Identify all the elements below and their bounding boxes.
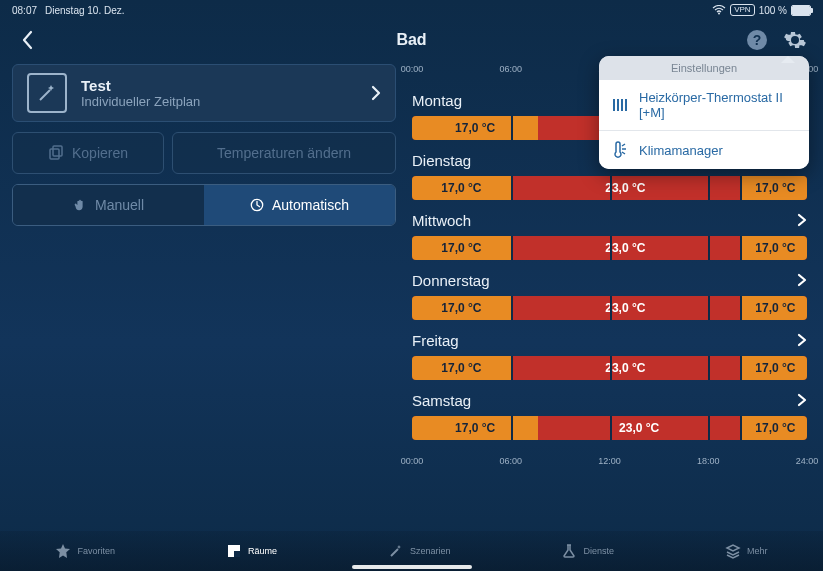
plan-card[interactable]: Test Individueller Zeitplan: [12, 64, 396, 122]
temp-segment[interactable]: 17,0 °C: [740, 236, 807, 260]
bar-tick: [708, 356, 710, 380]
time-axis-bottom: 00:0006:0012:0018:0024:00: [412, 456, 807, 472]
svg-text:?: ?: [753, 32, 762, 48]
temp-segment[interactable]: 17,0 °C: [412, 356, 511, 380]
temp-segment[interactable]: 23,0 °C: [511, 356, 740, 380]
day-name: Donnerstag: [412, 272, 490, 289]
temp-segment[interactable]: 17,0 °C: [740, 176, 807, 200]
battery-pct: 100 %: [759, 5, 787, 16]
temp-segment[interactable]: 17,0 °C: [412, 416, 538, 440]
plan-subtitle: Individueller Zeitplan: [81, 94, 357, 109]
bar-tick: [511, 296, 513, 320]
home-indicator: [352, 565, 472, 569]
wifi-icon: [712, 5, 726, 15]
tab-rooms[interactable]: Räume: [226, 543, 277, 559]
bar-tick: [511, 176, 513, 200]
temp-segment[interactable]: 23,0 °C: [511, 296, 740, 320]
bar-tick: [610, 416, 612, 440]
popover-item2-label: Klimamanager: [639, 143, 723, 158]
day-bar[interactable]: 17,0 °C23,0 °C17,0 °C: [412, 296, 807, 320]
temp-segment[interactable]: 17,0 °C: [412, 296, 511, 320]
popover-item-klimamanager[interactable]: Klimamanager: [599, 130, 809, 169]
temp-segment[interactable]: 17,0 °C: [412, 116, 538, 140]
axis-tick: 00:00: [401, 64, 424, 74]
popover-title: Einstellungen: [599, 56, 809, 80]
mode-auto[interactable]: Automatisch: [204, 185, 395, 225]
day-row: Freitag17,0 °C23,0 °C17,0 °C: [412, 328, 807, 380]
axis-tick: 18:00: [697, 456, 720, 466]
rooms-icon: [226, 543, 242, 559]
temp-segment[interactable]: 23,0 °C: [511, 176, 740, 200]
mode-segment: Manuell Automatisch: [12, 184, 396, 226]
tab-serv-label: Dienste: [583, 546, 614, 556]
thermostat-icon: [611, 96, 629, 114]
bar-tick: [708, 416, 710, 440]
axis-tick: 24:00: [796, 456, 819, 466]
tab-favorites[interactable]: Favoriten: [55, 543, 115, 559]
tab-rooms-label: Räume: [248, 546, 277, 556]
hand-icon: [73, 198, 87, 212]
day-header[interactable]: Donnerstag: [412, 268, 807, 292]
copy-button[interactable]: Kopieren: [12, 132, 164, 174]
svg-rect-7: [234, 551, 240, 557]
temp-segment[interactable]: 17,0 °C: [412, 176, 511, 200]
chevron-right-icon: [797, 273, 807, 287]
mode-manual[interactable]: Manuell: [13, 185, 204, 225]
settings-button[interactable]: [783, 28, 807, 52]
help-button[interactable]: ?: [745, 28, 769, 52]
flask-icon: [561, 543, 577, 559]
wand-icon: [388, 543, 404, 559]
temp-segment[interactable]: 17,0 °C: [740, 296, 807, 320]
copy-icon: [48, 145, 64, 161]
chevron-right-icon: [371, 85, 381, 101]
svg-rect-4: [53, 146, 62, 156]
day-name: Dienstag: [412, 152, 471, 169]
copy-label: Kopieren: [72, 145, 128, 161]
header: Bad ?: [0, 20, 823, 60]
popover-item-thermostat[interactable]: Heizkörper-Thermostat II [+M]: [599, 80, 809, 130]
bar-tick: [708, 296, 710, 320]
bar-tick: [610, 176, 612, 200]
popover-item1-label: Heizkörper-Thermostat II [+M]: [639, 90, 797, 120]
tab-scen-label: Szenarien: [410, 546, 451, 556]
bar-tick: [708, 236, 710, 260]
page-title: Bad: [0, 31, 823, 49]
mode-manual-label: Manuell: [95, 197, 144, 213]
temp-segment[interactable]: 23,0 °C: [511, 236, 740, 260]
plan-name: Test: [81, 77, 357, 94]
day-header[interactable]: Freitag: [412, 328, 807, 352]
chevron-right-icon: [797, 213, 807, 227]
day-row: Mittwoch17,0 °C23,0 °C17,0 °C: [412, 208, 807, 260]
day-bar[interactable]: 17,0 °C23,0 °C17,0 °C: [412, 416, 807, 440]
day-bar[interactable]: 17,0 °C23,0 °C17,0 °C: [412, 236, 807, 260]
day-name: Montag: [412, 92, 462, 109]
temp-segment[interactable]: 17,0 °C: [740, 356, 807, 380]
tab-scenarios[interactable]: Szenarien: [388, 543, 451, 559]
stack-icon: [725, 543, 741, 559]
status-time: 08:07: [12, 5, 37, 16]
axis-tick: 06:00: [499, 456, 522, 466]
day-name: Mittwoch: [412, 212, 471, 229]
tab-more[interactable]: Mehr: [725, 543, 768, 559]
tab-services[interactable]: Dienste: [561, 543, 614, 559]
axis-tick: 00:00: [401, 456, 424, 466]
day-header[interactable]: Mittwoch: [412, 208, 807, 232]
temp-segment[interactable]: 17,0 °C: [412, 236, 511, 260]
axis-tick: 12:00: [598, 456, 621, 466]
tab-more-label: Mehr: [747, 546, 768, 556]
mode-auto-label: Automatisch: [272, 197, 349, 213]
day-name: Samstag: [412, 392, 471, 409]
svg-point-0: [718, 13, 720, 15]
bar-tick: [511, 236, 513, 260]
day-header[interactable]: Samstag: [412, 388, 807, 412]
vpn-badge: VPN: [730, 4, 754, 16]
day-name: Freitag: [412, 332, 459, 349]
change-temps-button[interactable]: Temperaturen ändern: [172, 132, 396, 174]
bar-tick: [610, 296, 612, 320]
temp-segment[interactable]: 17,0 °C: [740, 416, 807, 440]
status-bar: 08:07 Dienstag 10. Dez. VPN 100 %: [0, 0, 823, 20]
day-bar[interactable]: 17,0 °C23,0 °C17,0 °C: [412, 176, 807, 200]
day-bar[interactable]: 17,0 °C23,0 °C17,0 °C: [412, 356, 807, 380]
climate-icon: [611, 141, 629, 159]
bar-tick: [708, 176, 710, 200]
